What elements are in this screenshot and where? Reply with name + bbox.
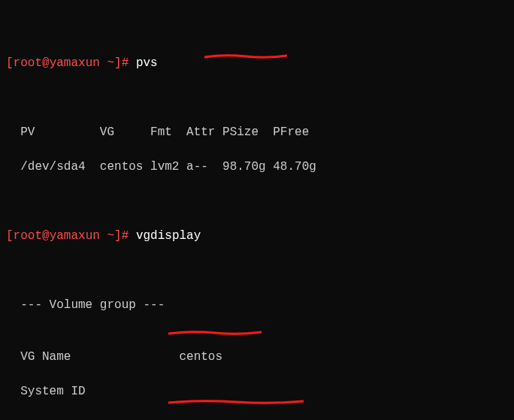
system-id-label: System ID [6, 385, 179, 398]
pvs-header: PV VG Fmt Attr PSize PFree [0, 124, 514, 141]
underline-pvs-size [204, 48, 287, 54]
prompt-path: ~ [107, 56, 114, 70]
prompt-at-2: @ [42, 229, 50, 243]
underline-vg-size [168, 325, 262, 331]
terminal[interactable]: [root@yamaxun ~]# pvs PV VG Fmt Attr PSi… [0, 0, 514, 420]
prompt-space-2 [100, 229, 107, 243]
prompt-user-2: root [14, 229, 42, 243]
prompt-hash-2: # [122, 229, 129, 243]
pvs-row: /dev/sda4 centos lvm2 a-- 98.70g 48.70g [0, 159, 514, 176]
vg-name-row: VG Name centos [0, 349, 514, 366]
prompt-user: root [14, 56, 42, 70]
prompt-hash: # [122, 56, 129, 70]
command-pvs [128, 56, 136, 70]
prompt-close-bracket: ] [114, 56, 122, 70]
prompt-host: yamaxun [50, 56, 100, 70]
vg-name-value: centos [179, 350, 222, 364]
prompt-host-2: yamaxun [50, 229, 100, 243]
prompt-space [100, 56, 107, 70]
prompt-open-bracket-2: [ [6, 229, 14, 243]
prompt-open-bracket: [ [6, 56, 14, 70]
command-vgdisplay-text: vgdisplay [136, 229, 201, 243]
command-vgdisplay-space [128, 229, 136, 243]
prompt-path-2: ~ [107, 229, 114, 243]
system-id-row: System ID [0, 383, 514, 400]
command-pvs-text: pvs [136, 56, 158, 70]
vgdisplay-title: --- Volume group --- [0, 297, 514, 314]
prompt-line-1: [root@yamaxun ~]# pvs [0, 55, 514, 72]
prompt-line-2: [root@yamaxun ~]# vgdisplay [0, 228, 514, 245]
prompt-close-bracket-2: ] [114, 229, 122, 243]
vg-name-label: VG Name [6, 350, 179, 364]
prompt-at: @ [42, 56, 50, 70]
